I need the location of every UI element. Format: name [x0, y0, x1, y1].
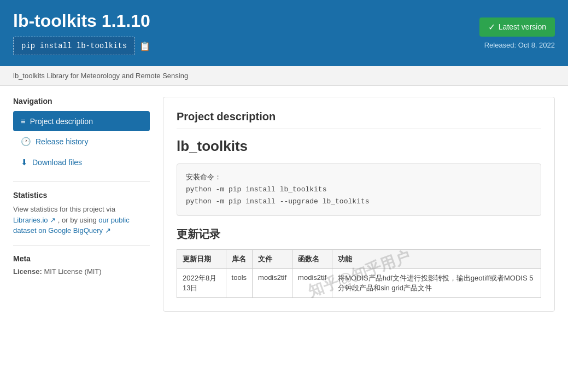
col-feature: 功能 — [332, 250, 541, 269]
sidebar-item-release-history[interactable]: 🕐 Release history — [13, 131, 150, 152]
cell-date: 2022年8月13日 — [177, 269, 226, 298]
license-value: MIT License (MIT) — [44, 267, 101, 276]
header-left: lb-toolkits 1.1.10 pip install lb-toolki… — [13, 11, 150, 55]
sidebar-divider-2 — [13, 245, 150, 245]
statistics-text: View statistics for this project via Lib… — [13, 204, 150, 236]
released-date: Released: Oct 8, 2022 — [479, 41, 555, 49]
package-name: lb_toolkits — [177, 138, 541, 155]
header-right: ✓ Latest version Released: Oct 8, 2022 — [479, 17, 555, 49]
sidebar-item-label: Release history — [36, 137, 89, 146]
content-section-title: Project description — [177, 110, 541, 129]
content-area: Project description lb_toolkits 安装命令： py… — [163, 97, 555, 312]
page-header: lb-toolkits 1.1.10 pip install lb-toolki… — [0, 0, 568, 66]
libraries-io-link[interactable]: Libraries.io ↗ — [13, 216, 58, 224]
download-icon: ⬇ — [21, 157, 28, 167]
menu-icon: ≡ — [21, 116, 26, 126]
nav-title: Navigation — [13, 97, 150, 106]
col-file: 文件 — [253, 250, 292, 269]
breadcrumb-text: lb_toolkits Library for Meteorology and … — [13, 72, 188, 80]
sidebar-item-project-description[interactable]: ≡ Project description — [13, 111, 150, 131]
copy-icon: 📋 — [139, 42, 150, 51]
cell-func: modis2tif — [292, 269, 332, 298]
history-icon: 🕐 — [21, 137, 31, 147]
statistics-title: Statistics — [13, 191, 150, 200]
col-lib: 库名 — [226, 250, 252, 269]
sidebar-item-label: Project description — [30, 117, 93, 126]
sidebar-item-download-files[interactable]: ⬇ Download files — [13, 152, 150, 173]
sidebar-item-label: Download files — [32, 158, 82, 167]
license-item: License: MIT License (MIT) — [13, 267, 150, 276]
pip-command: pip install lb-toolkits — [13, 37, 135, 55]
pip-install-row: pip install lb-toolkits 📋 — [13, 37, 150, 55]
col-date: 更新日期 — [177, 250, 226, 269]
table-header-row: 更新日期 库名 文件 函数名 功能 — [177, 250, 541, 269]
meta-section: Meta License: MIT License (MIT) — [13, 254, 150, 276]
sidebar-divider — [13, 182, 150, 182]
table-row: 2022年8月13日 tools modis2tif modis2tif 将MO… — [177, 269, 541, 298]
cell-lib: tools — [226, 269, 252, 298]
main-layout: Navigation ≡ Project description 🕐 Relea… — [0, 86, 568, 323]
install-code-block: 安装命令： python -m pip install lb_toolkits … — [177, 163, 541, 216]
update-table: 更新日期 库名 文件 函数名 功能 2022年8月13日 tools modis… — [177, 249, 541, 298]
update-section-title: 更新记录 — [177, 227, 541, 242]
table-wrapper: 更新日期 库名 文件 函数名 功能 2022年8月13日 tools modis… — [177, 249, 541, 298]
code-line-3: python -m pip install --upgrade lb_toolk… — [186, 196, 532, 208]
package-title: lb-toolkits 1.1.10 — [13, 11, 150, 31]
check-icon: ✓ — [488, 22, 495, 32]
copy-button[interactable]: 📋 — [139, 41, 150, 51]
cell-file: modis2tif — [253, 269, 292, 298]
license-label: License: — [13, 267, 42, 276]
latest-version-button[interactable]: ✓ Latest version — [479, 17, 555, 37]
col-func: 函数名 — [292, 250, 332, 269]
sidebar: Navigation ≡ Project description 🕐 Relea… — [13, 97, 150, 312]
breadcrumb: lb_toolkits Library for Meteorology and … — [0, 66, 568, 86]
code-line-2: python -m pip install lb_toolkits — [186, 184, 532, 196]
code-line-1: 安装命令： — [186, 172, 532, 184]
meta-title: Meta — [13, 254, 150, 263]
latest-version-label: Latest version — [499, 22, 546, 31]
cell-feature: 将MODIS产品hdf文件进行投影转投，输出geotiff或者MODIS 5分钟… — [332, 269, 541, 298]
